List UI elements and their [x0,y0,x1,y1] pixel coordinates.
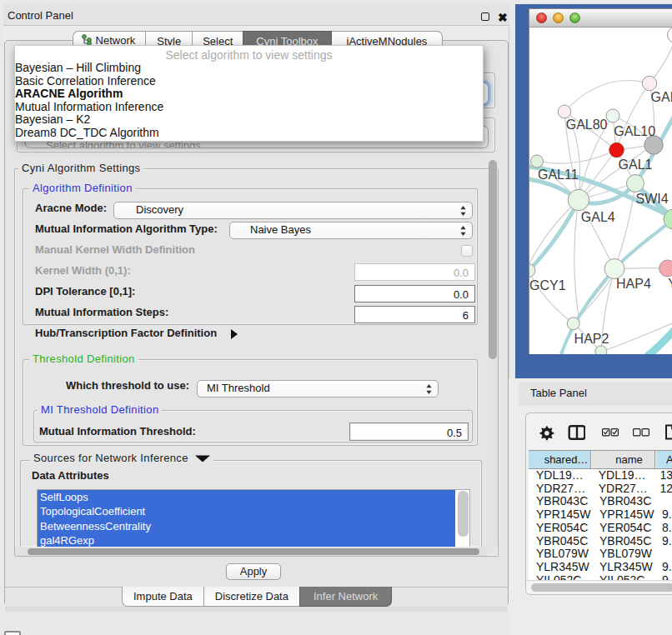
svg-text:GAL11: GAL11 [538,168,579,182]
svg-text:SWI4: SWI4 [636,192,669,206]
svg-text:GAL1: GAL1 [619,158,653,172]
svg-text:HAP2: HAP2 [574,332,609,346]
svg-text:HAP4: HAP4 [616,277,651,291]
svg-text:GAL4: GAL4 [581,210,615,224]
svg-text:YJ: YJ [668,277,672,291]
svg-text:GAL7: GAL7 [651,90,672,104]
svg-text:GAL10: GAL10 [614,124,655,138]
svg-text:GAL80: GAL80 [566,118,608,132]
svg-text:GCY1: GCY1 [529,278,566,292]
